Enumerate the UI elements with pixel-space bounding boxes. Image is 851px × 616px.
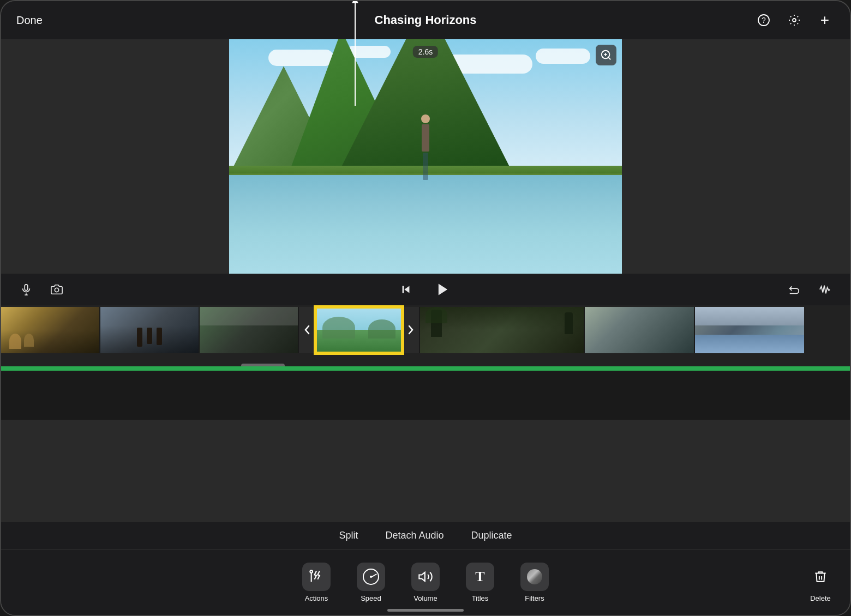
video-preview: 2.6s <box>229 39 622 274</box>
figure-shadow <box>423 153 428 180</box>
mic-button[interactable] <box>16 280 36 299</box>
figure <box>421 114 430 180</box>
toolbar-items-row: Actions Speed <box>292 563 559 602</box>
timeline-clip-6[interactable] <box>585 307 694 353</box>
volume-icon <box>411 563 440 591</box>
cloud <box>268 50 334 66</box>
settings-button[interactable] <box>784 10 804 30</box>
toolbar-items: Actions Speed <box>1 549 850 615</box>
context-menu-bar: Split Detach Audio Duplicate <box>1 522 850 549</box>
delete-button[interactable]: Delete <box>806 563 835 602</box>
figure-head <box>421 114 430 123</box>
titles-icon: T <box>466 563 494 591</box>
controls-right <box>784 280 835 299</box>
filters-tool[interactable]: Filters <box>510 563 559 602</box>
controls-center <box>67 277 784 301</box>
timeline-clip-7[interactable] <box>695 307 804 353</box>
speed-icon <box>357 563 385 591</box>
figure-body <box>422 124 429 152</box>
svg-point-2 <box>793 19 796 22</box>
controls-left <box>16 280 67 299</box>
video-scene <box>229 39 622 274</box>
timeline-clip-4-container <box>299 307 419 353</box>
home-indicator <box>387 609 464 612</box>
actions-icon <box>302 563 331 591</box>
camera-button[interactable] <box>47 280 67 299</box>
svg-point-10 <box>55 288 58 292</box>
play-button[interactable] <box>431 277 455 301</box>
svg-rect-12 <box>403 286 404 293</box>
skip-back-button[interactable] <box>396 280 416 299</box>
svg-line-4 <box>608 57 610 59</box>
zoom-button[interactable] <box>596 45 616 65</box>
done-button[interactable]: Done <box>16 14 43 27</box>
titles-tool[interactable]: T Titles <box>456 563 505 602</box>
controls-bar <box>1 274 850 305</box>
ipad-frame: Done Chasing Horizons ? + <box>0 0 851 616</box>
timeline-clip-5[interactable] <box>420 307 584 353</box>
filters-label: Filters <box>525 594 544 602</box>
timeline-clip-2[interactable] <box>100 307 199 353</box>
split-button[interactable]: Split <box>339 530 358 541</box>
bottom-toolbar: Split Detach Audio Duplicate <box>1 522 850 615</box>
empty-space <box>1 371 850 420</box>
volume-label: Volume <box>413 594 437 602</box>
actions-label: Actions <box>305 594 328 602</box>
svg-marker-14 <box>419 572 425 581</box>
volume-tool[interactable]: Volume <box>401 563 450 602</box>
project-title: Chasing Horizons <box>374 13 476 27</box>
cloud <box>536 49 590 64</box>
undo-button[interactable] <box>784 280 804 299</box>
speed-label: Speed <box>361 594 381 602</box>
help-button[interactable]: ? <box>754 10 774 30</box>
duplicate-button[interactable]: Duplicate <box>471 530 512 541</box>
titles-label: Titles <box>472 594 489 602</box>
trim-right-handle[interactable] <box>403 307 419 353</box>
audio-track <box>1 366 850 371</box>
delete-icon <box>806 563 835 591</box>
trim-left-handle[interactable] <box>299 307 315 353</box>
speed-tool[interactable]: Speed <box>346 563 395 602</box>
waveform-button[interactable] <box>815 280 835 299</box>
header-bar: Done Chasing Horizons ? + <box>1 1 850 39</box>
svg-marker-13 <box>439 284 447 295</box>
detach-audio-button[interactable]: Detach Audio <box>385 530 444 541</box>
timeline[interactable] <box>1 305 850 371</box>
header-actions: ? + <box>754 10 835 30</box>
svg-marker-11 <box>404 286 409 293</box>
timeline-clip-3[interactable] <box>200 307 298 353</box>
playhead <box>355 0 356 106</box>
delete-label: Delete <box>810 594 831 602</box>
svg-text:?: ? <box>762 16 766 25</box>
timeline-clip-4-selected[interactable] <box>315 307 403 353</box>
timeline-clip-1[interactable] <box>1 307 99 353</box>
timestamp-badge: 2.6s <box>413 46 438 58</box>
actions-tool[interactable]: Actions <box>292 563 341 602</box>
water <box>229 175 622 274</box>
timeline-clips <box>1 305 850 354</box>
add-media-button[interactable]: + <box>815 10 835 30</box>
filters-icon <box>520 563 549 591</box>
svg-rect-7 <box>25 285 28 291</box>
